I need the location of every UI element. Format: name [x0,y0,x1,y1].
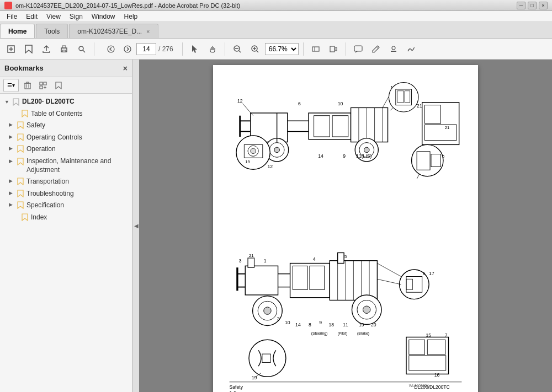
fit-width-button[interactable] [326,41,341,57]
svg-rect-6 [62,50,66,52]
svg-text:15: 15 [426,332,431,338]
fit-page-button[interactable] [308,41,323,57]
sidebar-item-table-of-contents[interactable]: Table of Contents [0,108,132,120]
sidebar-item-safety[interactable]: ▶ Safety [0,120,132,132]
tab-tools-label: Tools [44,28,60,35]
svg-marker-38 [56,82,61,89]
zoom-select[interactable]: 66.7% 50% 75% 100% 125% [265,43,299,55]
page-total: / 276 [158,45,173,53]
tab-home[interactable]: Home [0,24,35,38]
svg-rect-34 [44,82,46,85]
inspection-expand-arrow: ▶ [9,157,15,164]
svg-line-18 [257,51,258,52]
separator-3 [225,42,225,56]
svg-text:11(LIS): 11(LIS) [356,153,371,159]
pencil-button[interactable] [368,41,384,57]
svg-text:7: 7 [445,332,448,338]
sidebar: Bookmarks × ☰▾ ▼ DL200· [0,60,132,392]
svg-text:6: 6 [298,101,301,106]
svg-text:21: 21 [249,253,254,258]
minimize-button[interactable]: ─ [517,2,526,9]
sidebar-item-inspection[interactable]: ▶ Inspection, Maintenance and Adjustment [0,155,132,176]
create-button[interactable] [3,41,19,57]
svg-text:(Steering): (Steering) [311,331,327,336]
sidebar-item-troubleshooting[interactable]: ▶ Troubleshooting [0,188,132,200]
title-bar: om-K1024537EE_DL200_2014-07-15_LowRes.pd… [0,0,552,11]
svg-text:11: 11 [343,322,348,327]
bookmark-page-button[interactable] [52,79,65,92]
inspection-label: Inspection, Maintenance and Adjustment [26,157,128,174]
sidebar-item-operation[interactable]: ▶ Operation [0,143,132,155]
sidebar-item-transportation[interactable]: ▶ Transportation [0,176,132,188]
expand-all-button[interactable] [36,79,50,92]
index-label: Index [31,213,128,222]
next-page-button[interactable] [120,41,135,57]
pdf-viewer[interactable]: 12 13 13 6 10 21 [139,60,552,392]
sidebar-item-index[interactable]: Index [0,212,132,224]
operating-controls-label: Operating Controls [26,133,128,142]
menu-view[interactable]: View [42,12,65,22]
menu-edit[interactable]: Edit [22,12,42,22]
svg-text:5: 5 [344,254,347,259]
delete-bookmark-button[interactable] [21,79,34,92]
bookmark-options-dropdown[interactable]: ☰▾ [3,79,19,92]
svg-text:3: 3 [239,258,242,264]
svg-line-8 [83,50,85,52]
sign-button[interactable] [404,41,419,57]
sidebar-close-button[interactable]: × [123,64,128,73]
transportation-label: Transportation [26,178,128,186]
svg-marker-48 [22,214,28,221]
bookmark-button[interactable] [21,41,36,57]
svg-text:8: 8 [309,322,311,327]
transportation-expand-arrow: ▶ [9,178,15,184]
svg-rect-19 [312,47,319,51]
cursor-tool[interactable] [187,41,203,57]
menu-help[interactable]: Help [120,12,142,22]
index-bookmark-icon [21,213,29,221]
svg-text:19: 19 [252,375,257,380]
menu-sign[interactable]: Sign [65,12,87,22]
prev-page-button[interactable] [103,41,119,57]
tab-tools[interactable]: Tools [36,24,68,38]
svg-text:9: 9 [343,153,346,159]
stamp-button[interactable] [386,41,401,57]
sidebar-item-operating-controls[interactable]: ▶ Operating Controls [0,132,132,144]
print-button[interactable] [56,41,72,57]
sidebar-item-specification[interactable]: ▶ Specification [0,200,132,212]
close-button[interactable]: × [539,2,548,9]
sidebar-collapse-handle[interactable]: ◀ [132,60,139,392]
svg-text:17: 17 [429,271,434,276]
zoom-in-button[interactable] [247,41,263,57]
transportation-bookmark-icon [17,178,24,185]
hand-tool[interactable] [205,41,220,57]
svg-marker-45 [18,178,23,185]
separator-5 [346,42,346,56]
maximize-button[interactable]: □ [528,2,537,9]
separator-1 [94,42,94,56]
comment-button[interactable] [351,41,366,57]
svg-line-159 [377,279,401,284]
tab-home-label: Home [8,28,26,35]
page-number-input[interactable]: 14 [136,43,156,55]
tab-document[interactable]: om-K1024537EE_D... × [69,24,158,38]
svg-rect-35 [40,86,43,89]
svg-text:10: 10 [338,101,343,106]
svg-point-7 [79,46,83,51]
safety-bookmark-icon [17,121,24,129]
diagram-svg: 12 13 13 6 10 21 [224,76,467,392]
svg-text:1: 1 [264,258,267,264]
tab-close-icon[interactable]: × [146,28,150,35]
bookmark-root[interactable]: ▼ DL200· DL200TC [0,96,132,108]
toc-expand-arrow [13,110,20,116]
search-button[interactable] [74,41,89,57]
menu-window[interactable]: Window [87,12,120,22]
svg-point-10 [124,46,131,52]
svg-marker-43 [18,146,23,152]
operation-bookmark-icon [17,145,24,153]
svg-text:12: 12 [267,164,273,169]
zoom-out-button[interactable] [230,41,245,57]
svg-rect-30 [26,82,29,83]
menu-file[interactable]: File [2,12,22,22]
upload-button[interactable] [39,41,54,57]
svg-line-72 [242,104,253,116]
